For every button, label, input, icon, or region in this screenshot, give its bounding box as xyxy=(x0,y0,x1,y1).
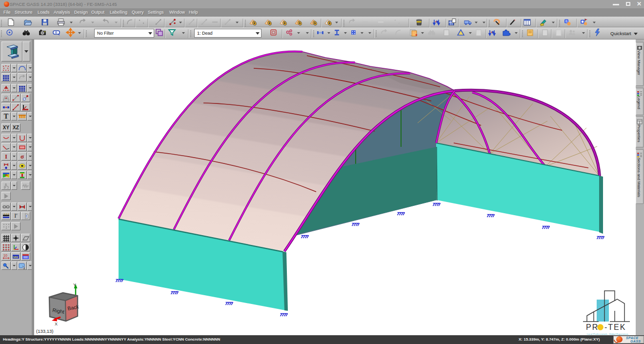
svg-text:MM: MM xyxy=(13,256,18,259)
svg-text:PR: PR xyxy=(586,323,599,331)
svg-text:-TEK: -TEK xyxy=(604,323,626,331)
svg-text:Local Professionals- Global: Local Professionals- Global Experience- xyxy=(587,333,629,335)
svg-text:Y: Y xyxy=(73,283,76,287)
svg-text:10: 10 xyxy=(3,254,7,257)
svg-text:X: X xyxy=(55,322,58,326)
svg-text:B: B xyxy=(565,20,568,23)
